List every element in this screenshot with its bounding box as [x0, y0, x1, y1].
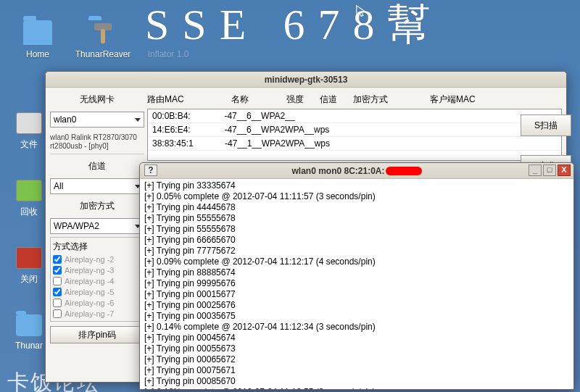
terminal-line: [+] Trying pin 00045674	[144, 333, 569, 343]
desktop-icon-inflator[interactable]: Inflator 1.0	[146, 20, 190, 59]
desktop-icon-label: Home	[26, 49, 49, 59]
window-controls: _ □ X	[529, 164, 571, 176]
terminal-line: [+] Trying pin 00075671	[144, 365, 569, 376]
left-icon-files[interactable]: 文件	[13, 112, 45, 151]
terminal-line: [+] Trying pin 00055673	[144, 343, 569, 354]
redacted-mac	[386, 167, 422, 175]
encryption-select[interactable]: WPA/WPA2	[50, 218, 144, 234]
terminal-line: [+] Trying pin 00065672	[144, 354, 569, 365]
terminal-line: [+] Trying pin 99995676	[144, 278, 569, 289]
terminal-line: [+] Trying pin 88885674	[144, 267, 569, 278]
terminal-line: [+] Trying pin 77775672	[144, 246, 569, 257]
label-channel: 信道	[50, 159, 144, 174]
titlebar-terminal[interactable]: ? wlan0 mon0 8C:21:0A: _ □ X	[140, 163, 573, 179]
desktop-icon-label: Inflator 1.0	[148, 49, 189, 59]
terminal-line: [+] Trying pin 44445678	[144, 202, 569, 213]
method-checklist: 方式选择 Aireplay-ng -2 Aireplay-ng -3 Airep…	[50, 237, 144, 322]
network-columns: 路由MAC 名称 强度 信道 加密方式 客户端MAC	[147, 92, 562, 109]
close-button[interactable]: X	[558, 164, 571, 176]
terminal-line: [+] 0.05% complete @ 2012-07-04 11:11:57…	[144, 191, 569, 202]
chk-aireplay-5[interactable]: Aireplay-ng -5	[53, 288, 141, 296]
left-panel: 无线网卡 wlan0 wlan0 Ralink RT2870/3070 rt28…	[50, 92, 144, 378]
network-row[interactable]: 38:83:45:1 -47__1__WPA2WPA__wps	[148, 137, 561, 151]
minimize-button[interactable]: _	[529, 164, 542, 176]
window-title: minidwep-gtk-30513	[265, 75, 348, 85]
scan-button[interactable]: S扫描	[521, 114, 571, 136]
left-icon-recycle[interactable]: 回收	[13, 180, 45, 218]
terminal-title: wlan0 mon0 8C:21:0A:	[291, 166, 421, 176]
chevron-down-icon	[135, 118, 141, 122]
wlan-select[interactable]: wlan0	[50, 112, 144, 128]
help-icon[interactable]: ?	[144, 164, 157, 176]
chk-aireplay-3[interactable]: Aireplay-ng -3	[53, 266, 141, 275]
chk-aireplay-2[interactable]: Aireplay-ng -2	[53, 255, 141, 264]
terminal-line: [+] Trying pin 00025676	[144, 300, 569, 311]
terminal-line: [+] Trying pin 00035675	[144, 311, 569, 322]
terminal-line: [+] Trying pin 66665670	[144, 235, 569, 246]
terminal-line: [+] Trying pin 00015677	[144, 289, 569, 300]
desktop-icon-home[interactable]: Home	[16, 20, 59, 59]
titlebar-minidwep[interactable]: minidwep-gtk-30513	[46, 72, 566, 88]
desktop-icon-label: ThunarReaver	[75, 49, 131, 59]
left-icon-close[interactable]: 关闭	[13, 247, 45, 285]
left-desktop-icons: 文件 回收 关闭 Thunar	[13, 112, 45, 351]
method-group-label: 方式选择	[53, 241, 141, 253]
chk-aireplay-6[interactable]: Aireplay-ng -6	[53, 299, 141, 307]
maximize-button[interactable]: □	[543, 164, 556, 176]
terminal-output[interactable]: [+] Trying pin 33335674[+] 0.05% complet…	[140, 179, 573, 389]
channel-select[interactable]: All	[50, 178, 144, 194]
terminal-line: [+] Trying pin 00085670	[144, 376, 569, 387]
network-row[interactable]: 00:0B:B4: -47__6__WPA2__	[148, 109, 561, 123]
folder-icon	[23, 20, 52, 45]
terminal-line: [+] 0.18% complete @ 2012-07-04 11:12:55…	[144, 387, 569, 389]
terminal-line: [+] 0.14% complete @ 2012-07-04 11:12:34…	[144, 322, 569, 333]
network-row[interactable]: 14:E6:E4: -47__6__WPA2WPA__wps	[148, 123, 561, 137]
terminal-line: [+] Trying pin 55555678	[144, 213, 569, 224]
sort-pin-button[interactable]: 排序pin码	[50, 326, 144, 343]
label-encryption: 加密方式	[50, 199, 144, 214]
hammer-icon	[88, 20, 117, 45]
terminal-line: [+] Trying pin 55555678	[144, 224, 569, 235]
svg-rect-1	[101, 29, 105, 43]
desktop-icon-row: Home ThunarReaver Inflator 1.0	[0, 20, 190, 59]
left-icon-thunar[interactable]: Thunar	[13, 314, 45, 351]
chk-aireplay-7[interactable]: Aireplay-ng -7	[53, 309, 141, 318]
window-terminal: ? wlan0 mon0 8C:21:0A: _ □ X [+] Trying …	[139, 162, 574, 390]
desktop-icon-thunarreaver[interactable]: ThunarReaver	[81, 20, 125, 59]
network-list[interactable]: 00:0B:B4: -47__6__WPA2__ 14:E6:E4: -47__…	[147, 109, 562, 161]
label-wlan: 无线网卡	[50, 92, 144, 107]
terminal-line: [+] Trying pin 33335674	[144, 180, 569, 191]
terminal-line: [+] 0.09% complete @ 2012-07-04 11:12:17…	[144, 257, 569, 267]
chk-aireplay-4[interactable]: Aireplay-ng -4	[53, 277, 141, 285]
wlan-card-info: wlan0 Ralink RT2870/3070 rt2800usb - [ph…	[50, 132, 144, 154]
